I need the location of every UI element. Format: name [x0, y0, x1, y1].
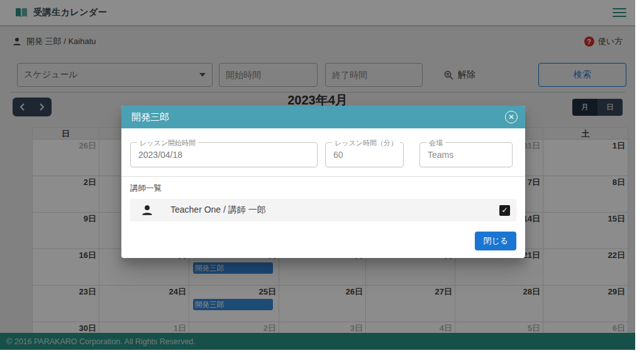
teacher-list: Teacher One / 講師 一郎✓ — [130, 199, 516, 221]
field-value: 2023/04/18 — [138, 150, 182, 160]
modal-divider — [121, 176, 525, 177]
teacher-checkbox[interactable]: ✓ — [499, 205, 510, 216]
field-value: 60 — [333, 150, 343, 160]
modal-footer: 閉じる — [130, 232, 516, 252]
lesson-field[interactable]: レッスン開始時間2023/04/18 — [130, 142, 318, 167]
person-icon — [142, 205, 153, 216]
app-window: 受講生カレンダー 開発 三郎 / Kaihatu ? 使い方 スケジュール — [0, 0, 635, 350]
field-label: レッスン時間（分） — [332, 138, 400, 148]
lesson-fields-row: レッスン開始時間2023/04/18レッスン時間（分）60会場Teams — [130, 142, 516, 167]
teachers-section-label: 講師一覧 — [130, 183, 516, 194]
field-label: レッスン開始時間 — [137, 138, 198, 148]
modal-body: レッスン開始時間2023/04/18レッスン時間（分）60会場Teams 講師一… — [121, 128, 525, 258]
teacher-name: Teacher One / 講師 一郎 — [170, 205, 266, 216]
close-modal-button[interactable]: 閉じる — [475, 232, 516, 250]
modal-header: 開発三郎 ✕ — [121, 106, 525, 128]
field-label: 会場 — [426, 138, 445, 148]
lesson-field[interactable]: 会場Teams — [419, 142, 513, 167]
teacher-row: Teacher One / 講師 一郎✓ — [130, 199, 516, 221]
field-value: Teams — [428, 150, 453, 160]
modal-close-icon[interactable]: ✕ — [505, 111, 518, 123]
modal-title: 開発三郎 — [131, 111, 169, 123]
lesson-field[interactable]: レッスン時間（分）60 — [325, 142, 404, 167]
event-detail-modal: 開発三郎 ✕ レッスン開始時間2023/04/18レッスン時間（分）60会場Te… — [121, 106, 525, 258]
